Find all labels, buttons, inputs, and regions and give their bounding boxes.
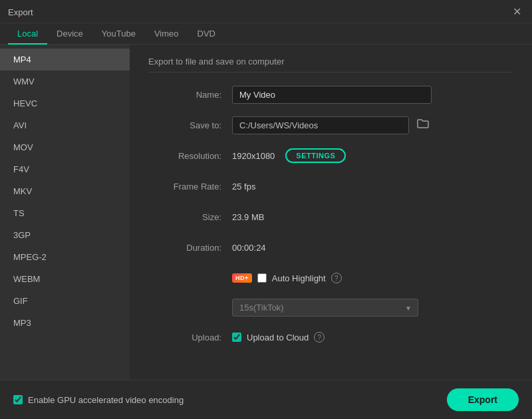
tab-dvd[interactable]: DVD [188,23,225,44]
duration-row: Duration: 00:00:24 [148,237,513,257]
upload-cloud-help-icon[interactable]: ? [314,332,325,343]
format-item-mp3[interactable]: MP3 [0,312,130,334]
framerate-label: Frame Rate: [148,182,221,192]
format-item-avi[interactable]: AVI [0,114,130,136]
tiktok-duration-select[interactable]: 15s(TikTok) [232,299,418,317]
gpu-label: Enable GPU accelerated video encoding [28,395,184,405]
name-row: Name: [148,84,513,104]
duration-value: 00:00:24 [232,243,513,253]
tab-youtube[interactable]: YouTube [92,23,145,44]
format-item-hevc[interactable]: HEVC [0,92,130,114]
upload-label: Upload: [148,333,221,343]
duration-label: Duration: [148,243,221,253]
tab-bar: Local Device YouTube Vimeo DVD [0,23,532,45]
format-item-f4v[interactable]: F4V [0,158,130,180]
framerate-value: 25 fps [232,182,513,192]
hd-badge: HD+ [232,273,252,283]
gpu-row: Enable GPU accelerated video encoding [13,395,184,405]
resolution-value: 1920x1080 [232,151,275,161]
window-title: Export [8,7,33,17]
main-area: MP4 WMV HEVC AVI MOV F4V MKV TS 3GP MPEG… [0,45,532,380]
tiktok-dropdown-wrapper: 15s(TikTok) ▼ [232,299,418,317]
tab-vimeo[interactable]: Vimeo [145,23,188,44]
right-panel: Export to file and save on computer Name… [130,45,532,380]
resolution-container: 1920x1080 SETTINGS [232,148,346,163]
format-list: MP4 WMV HEVC AVI MOV F4V MKV TS 3GP MPEG… [0,45,130,380]
format-item-wmv[interactable]: WMV [0,70,130,92]
resolution-row: Resolution: 1920x1080 SETTINGS [148,146,513,166]
auto-highlight-row: HD+ Auto Highlight ? [148,268,513,288]
upload-cloud-text: Upload to Cloud [247,333,309,343]
format-item-mpeg2[interactable]: MPEG-2 [0,246,130,268]
size-label: Size: [148,212,221,222]
format-item-mkv[interactable]: MKV [0,180,130,202]
format-item-webm[interactable]: WEBM [0,268,130,290]
upload-container: Upload to Cloud ? [232,332,325,343]
save-to-row: Save to: C:/Users/WS/Videos [148,115,513,135]
bottom-bar: Enable GPU accelerated video encoding Ex… [0,380,532,419]
tab-device[interactable]: Device [47,23,92,44]
auto-highlight-checkbox[interactable] [257,273,267,283]
format-item-mp4[interactable]: MP4 [0,49,130,70]
upload-row: Upload: Upload to Cloud ? [148,327,513,347]
folder-browse-button[interactable] [414,117,432,133]
auto-highlight-text: Auto Highlight [272,273,326,283]
name-label: Name: [148,90,221,100]
upload-cloud-label[interactable]: Upload to Cloud [232,333,309,343]
size-value: 23.9 MB [232,212,513,222]
title-bar: Export ✕ [0,0,532,23]
tab-local[interactable]: Local [8,23,47,44]
export-button[interactable]: Export [447,388,519,411]
close-button[interactable]: ✕ [510,5,524,19]
upload-cloud-checkbox[interactable] [232,333,241,342]
settings-button[interactable]: SETTINGS [285,148,346,163]
name-input[interactable] [232,86,432,104]
auto-highlight-label[interactable]: Auto Highlight [257,273,326,283]
size-row: Size: 23.9 MB [148,207,513,227]
framerate-row: Frame Rate: 25 fps [148,176,513,196]
format-item-3gp[interactable]: 3GP [0,224,130,246]
save-path-text: C:/Users/WS/Videos [232,116,409,134]
tiktok-dropdown-row: 15s(TikTok) ▼ [232,299,513,317]
save-to-label: Save to: [148,120,221,130]
auto-highlight-help-icon[interactable]: ? [331,273,342,283]
gpu-checkbox[interactable] [13,395,23,404]
format-item-gif[interactable]: GIF [0,290,130,312]
section-title: Export to file and save on computer [148,57,513,72]
format-item-ts[interactable]: TS [0,202,130,224]
auto-highlight-container: HD+ Auto Highlight ? [232,273,342,283]
save-to-container: C:/Users/WS/Videos [232,116,432,134]
format-item-mov[interactable]: MOV [0,136,130,158]
resolution-label: Resolution: [148,151,221,161]
